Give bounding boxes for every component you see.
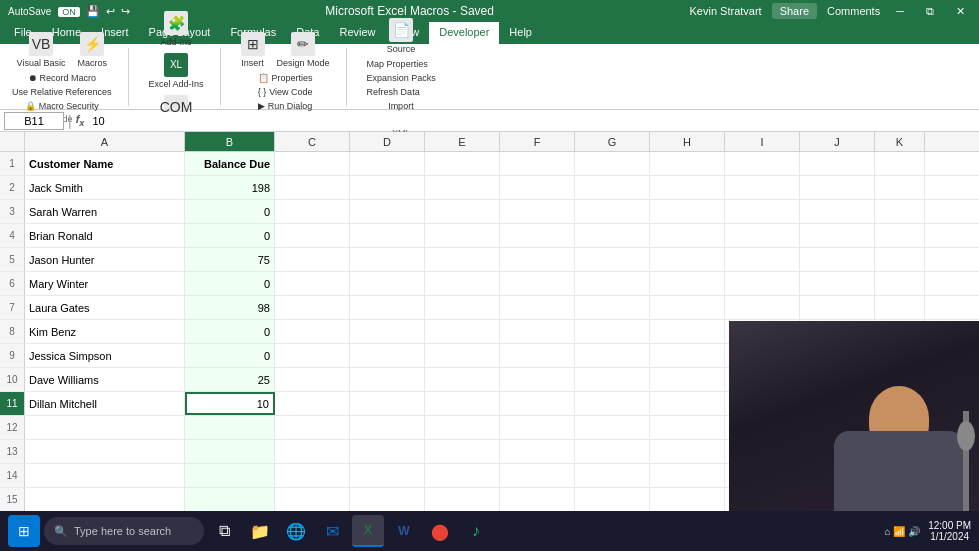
cell-B1[interactable]: Balance Due (185, 152, 275, 175)
cell-B6[interactable]: 0 (185, 272, 275, 295)
cell-I3[interactable] (725, 200, 800, 223)
cell-B12[interactable] (185, 416, 275, 439)
cell-C7[interactable] (275, 296, 350, 319)
cell-H1[interactable] (650, 152, 725, 175)
cell-C12[interactable] (275, 416, 350, 439)
cell-E3[interactable] (425, 200, 500, 223)
refresh-data-button[interactable]: Refresh Data (363, 86, 440, 98)
cell-G5[interactable] (575, 248, 650, 271)
cell-J6[interactable] (800, 272, 875, 295)
cell-C8[interactable] (275, 320, 350, 343)
cell-I7[interactable] (725, 296, 800, 319)
col-header-D[interactable]: D (350, 132, 425, 151)
cell-A6[interactable]: Mary Winter (25, 272, 185, 295)
record-macro-button[interactable]: ⏺ Record Macro (24, 72, 101, 84)
cell-E6[interactable] (425, 272, 500, 295)
row-number[interactable]: 11 (0, 392, 25, 415)
cell-E9[interactable] (425, 344, 500, 367)
cell-C10[interactable] (275, 368, 350, 391)
cell-D12[interactable] (350, 416, 425, 439)
col-header-G[interactable]: G (575, 132, 650, 151)
cell-F7[interactable] (500, 296, 575, 319)
taskbar-mail[interactable]: ✉ (316, 515, 348, 547)
save-icon[interactable]: 💾 (86, 5, 100, 18)
cell-G15[interactable] (575, 488, 650, 511)
cell-H5[interactable] (650, 248, 725, 271)
cell-A1[interactable]: Customer Name (25, 152, 185, 175)
cell-H7[interactable] (650, 296, 725, 319)
col-header-J[interactable]: J (800, 132, 875, 151)
cell-G9[interactable] (575, 344, 650, 367)
cell-J4[interactable] (800, 224, 875, 247)
cell-G3[interactable] (575, 200, 650, 223)
cell-F11[interactable] (500, 392, 575, 415)
taskbar-task-view[interactable]: ⧉ (208, 515, 240, 547)
row-number[interactable]: 9 (0, 344, 25, 367)
formula-input[interactable] (88, 112, 975, 130)
cell-B5[interactable]: 75 (185, 248, 275, 271)
cell-F2[interactable] (500, 176, 575, 199)
cell-H13[interactable] (650, 440, 725, 463)
cell-A2[interactable]: Jack Smith (25, 176, 185, 199)
cell-J7[interactable] (800, 296, 875, 319)
cell-A14[interactable] (25, 464, 185, 487)
cell-I1[interactable] (725, 152, 800, 175)
cell-D13[interactable] (350, 440, 425, 463)
share-button[interactable]: Share (772, 3, 817, 19)
cell-G11[interactable] (575, 392, 650, 415)
cell-H6[interactable] (650, 272, 725, 295)
close-button[interactable]: ✕ (950, 5, 971, 18)
tab-review[interactable]: Review (329, 22, 385, 44)
cell-C11[interactable] (275, 392, 350, 415)
cell-K6[interactable] (875, 272, 925, 295)
cell-I5[interactable] (725, 248, 800, 271)
taskbar-chrome[interactable]: ⬤ (424, 515, 456, 547)
redo-icon[interactable]: ↪ (121, 5, 130, 18)
cell-I4[interactable] (725, 224, 800, 247)
taskbar-clock[interactable]: 12:00 PM 1/1/2024 (928, 520, 971, 542)
cell-B11[interactable]: 10 (185, 392, 275, 415)
cell-B9[interactable]: 0 (185, 344, 275, 367)
cell-E2[interactable] (425, 176, 500, 199)
cell-D2[interactable] (350, 176, 425, 199)
visual-basic-button[interactable]: VB Visual Basic (13, 30, 70, 70)
cell-C15[interactable] (275, 488, 350, 511)
cell-B7[interactable]: 98 (185, 296, 275, 319)
addins-button[interactable]: 🧩 Add-Ins (157, 9, 196, 49)
cell-D7[interactable] (350, 296, 425, 319)
comments-button[interactable]: Comments (827, 5, 880, 17)
cell-E14[interactable] (425, 464, 500, 487)
macros-button[interactable]: ⚡ Macros (73, 30, 111, 70)
cell-H9[interactable] (650, 344, 725, 367)
cell-G1[interactable] (575, 152, 650, 175)
col-header-A[interactable]: A (25, 132, 185, 151)
cell-F3[interactable] (500, 200, 575, 223)
col-header-B[interactable]: B (185, 132, 275, 151)
properties-button[interactable]: 📋 Properties (254, 72, 317, 84)
cell-C5[interactable] (275, 248, 350, 271)
cell-K2[interactable] (875, 176, 925, 199)
cell-F15[interactable] (500, 488, 575, 511)
cell-H8[interactable] (650, 320, 725, 343)
cell-F6[interactable] (500, 272, 575, 295)
cell-A10[interactable]: Dave Williams (25, 368, 185, 391)
cell-F8[interactable] (500, 320, 575, 343)
run-dialog-button[interactable]: ▶ Run Dialog (254, 100, 317, 112)
cell-K3[interactable] (875, 200, 925, 223)
taskbar-edge[interactable]: 🌐 (280, 515, 312, 547)
macro-security-button[interactable]: 🔒 Macro Security (21, 100, 103, 112)
cell-F1[interactable] (500, 152, 575, 175)
cell-C2[interactable] (275, 176, 350, 199)
cell-F4[interactable] (500, 224, 575, 247)
col-header-F[interactable]: F (500, 132, 575, 151)
cell-D1[interactable] (350, 152, 425, 175)
cell-F5[interactable] (500, 248, 575, 271)
cell-J2[interactable] (800, 176, 875, 199)
taskbar-spotify[interactable]: ♪ (460, 515, 492, 547)
row-number[interactable]: 1 (0, 152, 25, 175)
cell-C6[interactable] (275, 272, 350, 295)
row-number[interactable]: 12 (0, 416, 25, 439)
cell-E11[interactable] (425, 392, 500, 415)
cell-E4[interactable] (425, 224, 500, 247)
cell-H10[interactable] (650, 368, 725, 391)
